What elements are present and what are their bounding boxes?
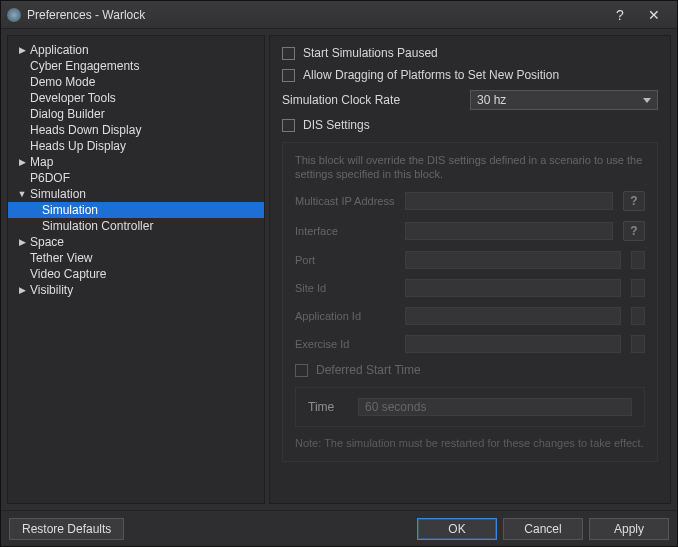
tree-item-hud[interactable]: Heads Up Display — [8, 138, 264, 154]
site-input[interactable] — [405, 279, 621, 297]
app-icon — [7, 8, 21, 22]
tree-label: P6DOF — [30, 170, 70, 186]
window-title: Preferences - Warlock — [27, 8, 603, 22]
tree-item-tether[interactable]: Tether View — [8, 250, 264, 266]
tree-label: Heads Up Display — [30, 138, 126, 154]
tree-item-p6dof[interactable]: P6DOF — [8, 170, 264, 186]
port-stepper[interactable] — [631, 251, 645, 269]
tree-item-simulation-child[interactable]: Simulation — [8, 202, 264, 218]
tree-label: Heads Down Display — [30, 122, 141, 138]
tree-label: Dialog Builder — [30, 106, 105, 122]
deferred-checkbox[interactable] — [295, 364, 308, 377]
restore-defaults-button[interactable]: Restore Defaults — [9, 518, 124, 540]
dis-hint: This block will override the DIS setting… — [295, 153, 645, 181]
deferred-row: Deferred Start Time — [295, 363, 645, 377]
tree-label: Application — [30, 42, 89, 58]
chevron-down-icon: ▼ — [16, 186, 28, 202]
allow-drag-label: Allow Dragging of Platforms to Set New P… — [303, 68, 559, 82]
apply-button[interactable]: Apply — [589, 518, 669, 540]
tree-label: Map — [30, 154, 53, 170]
settings-panel: Start Simulations Paused Allow Dragging … — [269, 35, 671, 504]
tree-item-dialog[interactable]: Dialog Builder — [8, 106, 264, 122]
site-label: Site Id — [295, 282, 395, 294]
tree-item-space[interactable]: ▶Space — [8, 234, 264, 250]
tree-item-application[interactable]: ▶Application — [8, 42, 264, 58]
start-paused-label: Start Simulations Paused — [303, 46, 438, 60]
time-input[interactable]: 60 seconds — [358, 398, 632, 416]
multicast-row: Multicast IP Address ? — [295, 191, 645, 211]
site-stepper[interactable] — [631, 279, 645, 297]
tree-label: Developer Tools — [30, 90, 116, 106]
dialog-body: ▶Application Cyber Engagements Demo Mode… — [1, 29, 677, 510]
exercise-stepper[interactable] — [631, 335, 645, 353]
interface-help-icon[interactable]: ? — [623, 221, 645, 241]
tree-label: Cyber Engagements — [30, 58, 139, 74]
clock-rate-value: 30 hz — [477, 93, 506, 107]
help-button[interactable]: ? — [603, 4, 637, 26]
interface-label: Interface — [295, 225, 395, 237]
chevron-right-icon: ▶ — [16, 282, 28, 298]
tree-item-hdd[interactable]: Heads Down Display — [8, 122, 264, 138]
dis-settings-checkbox[interactable] — [282, 119, 295, 132]
clock-rate-row: Simulation Clock Rate 30 hz — [282, 90, 658, 110]
tree-item-visibility[interactable]: ▶Visibility — [8, 282, 264, 298]
tree-label: Simulation — [42, 202, 98, 218]
tree-item-simulation[interactable]: ▼Simulation — [8, 186, 264, 202]
clock-rate-label: Simulation Clock Rate — [282, 93, 462, 107]
exercise-label: Exercise Id — [295, 338, 395, 350]
tree-item-cyber[interactable]: Cyber Engagements — [8, 58, 264, 74]
preferences-window: Preferences - Warlock ? ✕ ▶Application C… — [0, 0, 678, 547]
tree-label: Demo Mode — [30, 74, 95, 90]
port-row: Port — [295, 251, 645, 269]
site-row: Site Id — [295, 279, 645, 297]
dis-settings-row: DIS Settings — [282, 118, 658, 132]
tree-item-demo[interactable]: Demo Mode — [8, 74, 264, 90]
app-input[interactable] — [405, 307, 621, 325]
time-value: 60 seconds — [365, 400, 426, 414]
titlebar: Preferences - Warlock ? ✕ — [1, 1, 677, 29]
ok-button[interactable]: OK — [417, 518, 497, 540]
tree-label: Simulation Controller — [42, 218, 153, 234]
clock-rate-select[interactable]: 30 hz — [470, 90, 658, 110]
app-row: Application Id — [295, 307, 645, 325]
start-paused-row: Start Simulations Paused — [282, 46, 658, 60]
tree-label: Visibility — [30, 282, 73, 298]
start-paused-checkbox[interactable] — [282, 47, 295, 60]
tree-item-map[interactable]: ▶Map — [8, 154, 264, 170]
port-label: Port — [295, 254, 395, 266]
exercise-input[interactable] — [405, 335, 621, 353]
deferred-label: Deferred Start Time — [316, 363, 421, 377]
tree-item-simcontroller[interactable]: Simulation Controller — [8, 218, 264, 234]
tree-item-video[interactable]: Video Capture — [8, 266, 264, 282]
app-label: Application Id — [295, 310, 395, 322]
cancel-button[interactable]: Cancel — [503, 518, 583, 540]
time-subgroup: Time 60 seconds — [295, 387, 645, 427]
tree-label: Video Capture — [30, 266, 107, 282]
exercise-row: Exercise Id — [295, 335, 645, 353]
chevron-right-icon: ▶ — [16, 42, 28, 58]
port-input[interactable] — [405, 251, 621, 269]
chevron-right-icon: ▶ — [16, 154, 28, 170]
interface-row: Interface ? — [295, 221, 645, 241]
chevron-right-icon: ▶ — [16, 234, 28, 250]
tree-label: Tether View — [30, 250, 92, 266]
allow-drag-checkbox[interactable] — [282, 69, 295, 82]
tree-label: Simulation — [30, 186, 86, 202]
interface-input[interactable] — [405, 222, 613, 240]
close-button[interactable]: ✕ — [637, 4, 671, 26]
app-stepper[interactable] — [631, 307, 645, 325]
dis-settings-label: DIS Settings — [303, 118, 370, 132]
tree-item-devtools[interactable]: Developer Tools — [8, 90, 264, 106]
multicast-input[interactable] — [405, 192, 613, 210]
multicast-label: Multicast IP Address — [295, 195, 395, 207]
dialog-footer: Restore Defaults OK Cancel Apply — [1, 510, 677, 546]
restart-note: Note: The simulation must be restarted f… — [295, 437, 645, 449]
tree-label: Space — [30, 234, 64, 250]
time-label: Time — [308, 400, 348, 414]
allow-drag-row: Allow Dragging of Platforms to Set New P… — [282, 68, 658, 82]
dis-settings-group: This block will override the DIS setting… — [282, 142, 658, 462]
category-tree[interactable]: ▶Application Cyber Engagements Demo Mode… — [7, 35, 265, 504]
multicast-help-icon[interactable]: ? — [623, 191, 645, 211]
